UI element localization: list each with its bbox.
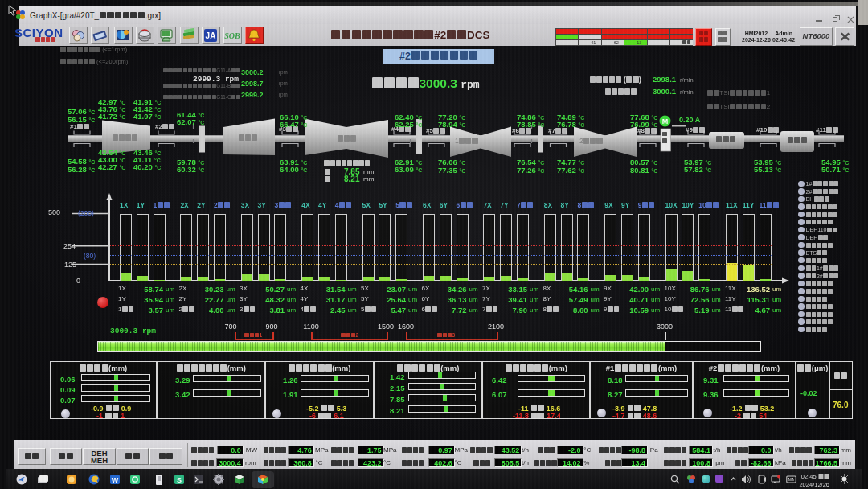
svg-text:JA: JA — [206, 31, 216, 40]
svg-text:W: W — [112, 476, 119, 484]
svg-text:SOB: SOB — [224, 31, 240, 40]
svg-text:M: M — [662, 117, 669, 125]
svg-text:S: S — [177, 476, 182, 484]
